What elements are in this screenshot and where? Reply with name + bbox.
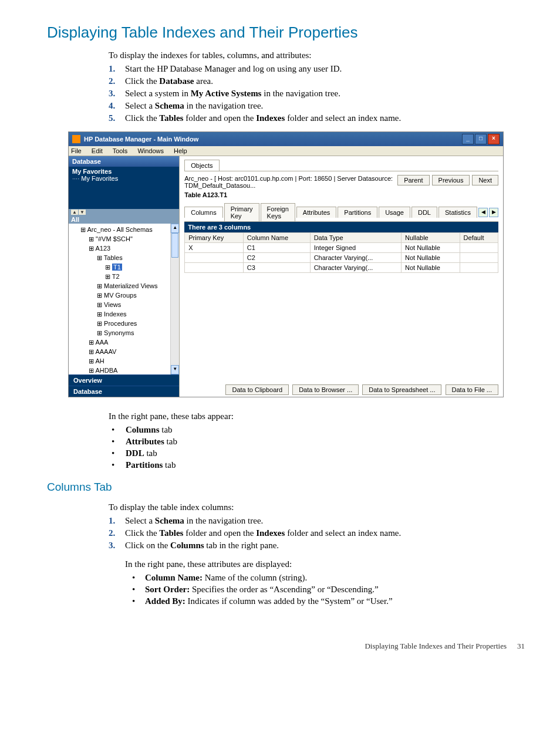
step-num: 3.	[109, 89, 125, 99]
previous-button[interactable]: Previous	[432, 175, 470, 185]
step-num: 4.	[109, 101, 125, 111]
minimize-button[interactable]: _	[462, 134, 474, 144]
right-pane: Objects Parent Previous Next Arc_neo - […	[180, 156, 503, 397]
scroll-thumb[interactable]	[171, 233, 178, 258]
col-column-name[interactable]: Column Name	[243, 233, 310, 243]
tree-node[interactable]: ⊞ Views	[75, 300, 179, 309]
tree-node[interactable]: ⊞ AHDBA	[75, 366, 179, 374]
tree-node[interactable]: ⊞ T2	[75, 272, 179, 281]
nav-tree[interactable]: ⊞ Arc_neo - All Schemas⊞ "#VM $SCH"⊞ A12…	[69, 224, 179, 374]
col-data-type[interactable]: Data Type	[310, 233, 401, 243]
subtab-usage[interactable]: Usage	[379, 207, 410, 218]
subtab-partitions[interactable]: Partitions	[338, 207, 377, 218]
step-text: Click the Database area.	[125, 76, 213, 86]
col-nullable[interactable]: Nullable	[401, 233, 460, 243]
menu-windows[interactable]: Windows	[137, 147, 164, 154]
overview-nav[interactable]: Overview	[69, 374, 179, 386]
tab-objects[interactable]: Objects	[184, 160, 219, 171]
scroll-up-icon[interactable]: ▲	[171, 224, 179, 233]
data-to-spreadsheet-button[interactable]: Data to Spreadsheet ...	[362, 384, 441, 395]
tree-node[interactable]: ⊞ T1	[75, 262, 179, 272]
tree-node[interactable]: ⊞ Indexes	[75, 309, 179, 319]
menu-tools[interactable]: Tools	[113, 147, 128, 154]
subtab-columns[interactable]: Columns	[184, 207, 222, 218]
tree-node[interactable]: ⊞ Arc_neo - All Schemas	[75, 225, 179, 234]
status-line: There are 3 columns	[184, 222, 498, 232]
tree-node[interactable]: ⊞ Synonyms	[75, 328, 179, 337]
tree-node[interactable]: ⊞ A123	[75, 244, 179, 253]
database-header: Database	[69, 156, 179, 167]
tabs-bullets: •Columns tab •Attributes tab •DDL tab •P…	[112, 425, 525, 470]
tree-node[interactable]: ⊞ AAA	[75, 337, 179, 347]
left-pane: Database My Favorites ···· My Favorites …	[69, 156, 180, 397]
my-favorites-item[interactable]: ···· My Favorites	[72, 175, 176, 182]
subtab-primary-key[interactable]: Primary Key	[224, 203, 259, 221]
table-row[interactable]: XC1Integer SignedNot Nullable	[185, 243, 498, 253]
tree-node[interactable]: ⊞ MV Groups	[75, 291, 179, 300]
step-num: 1.	[109, 64, 125, 74]
heading-table-indexes: Displaying Table Indexes and Their Prope…	[47, 23, 525, 42]
columns-grid: Primary Key Column Name Data Type Nullab…	[184, 232, 498, 273]
col-primary-key[interactable]: Primary Key	[185, 233, 244, 243]
step-text: Click the Tables folder and open the Ind…	[125, 113, 401, 123]
all-label: All	[69, 215, 179, 224]
step-num: 2.	[109, 76, 125, 86]
window-title: HP Database Manager - Main Window	[84, 136, 198, 143]
menubar: File Edit Tools Windows Help	[69, 146, 503, 156]
data-to-file-button[interactable]: Data to File ...	[446, 384, 498, 395]
subtab-attributes[interactable]: Attributes	[296, 207, 336, 218]
tree-node[interactable]: ⊞ Procedures	[75, 319, 179, 328]
step-text: Select a Schema in the navigation tree.	[125, 101, 263, 111]
database-nav[interactable]: Database	[69, 386, 179, 397]
cols-intro: To display the table index columns:	[109, 502, 525, 512]
subtab-ddl[interactable]: DDL	[411, 207, 437, 218]
data-to-browser-button[interactable]: Data to Browser ...	[292, 384, 359, 395]
tree-node[interactable]: ⊞ "#VM $SCH"	[75, 234, 179, 244]
subtab-statistics[interactable]: Statistics	[438, 207, 477, 218]
menu-help[interactable]: Help	[174, 147, 187, 154]
heading-columns-tab: Columns Tab	[47, 481, 525, 494]
my-favorites-header: My Favorites	[72, 168, 176, 175]
close-button[interactable]: ×	[488, 134, 500, 144]
object-title: Table A123.T1	[184, 191, 498, 198]
intro-text: To display the indexes for tables, colum…	[109, 50, 525, 60]
app-window: HP Database Manager - Main Window _ □ × …	[68, 131, 504, 397]
tree-node[interactable]: ⊞ Materialized Views	[75, 281, 179, 291]
tree-node[interactable]: ⊞ Tables	[75, 253, 179, 262]
tab-scroll-right-icon[interactable]: ▶	[489, 208, 498, 217]
attrs-intro: In the right pane, these attributes are …	[125, 559, 525, 569]
menu-file[interactable]: File	[71, 147, 82, 154]
tabs-intro: In the right pane, these tabs appear:	[109, 411, 525, 421]
all-header: ▲ ▼	[69, 209, 179, 215]
tree-scrollbar[interactable]: ▲ ▼	[170, 224, 179, 374]
col-default[interactable]: Default	[460, 233, 498, 243]
steps-list-2: 1.Select a Schema in the navigation tree…	[109, 516, 525, 551]
app-icon	[72, 135, 80, 143]
maximize-button[interactable]: □	[475, 134, 487, 144]
page-footer: Displaying Table Indexes and Their Prope…	[47, 642, 525, 651]
steps-list-1: 1.Start the HP Database Manager and log …	[109, 64, 525, 123]
scroll-down-icon[interactable]: ▼	[171, 365, 179, 374]
attrs-bullets: •Column Name: Name of the column (string…	[132, 573, 525, 606]
next-button[interactable]: Next	[472, 175, 498, 185]
step-num: 5.	[109, 113, 125, 123]
sort-desc-icon[interactable]: ▼	[79, 210, 86, 215]
table-row[interactable]: C2Character Varying(...Not Nullable	[185, 253, 498, 263]
step-text: Select a system in My Active Systems in …	[125, 89, 340, 99]
data-to-clipboard-button[interactable]: Data to Clipboard	[225, 384, 289, 395]
sort-asc-icon[interactable]: ▲	[71, 210, 78, 215]
step-text: Start the HP Database Manager and log on…	[125, 64, 342, 74]
tree-node[interactable]: ⊞ AAAAV	[75, 347, 179, 356]
tree-node[interactable]: ⊞ AH	[75, 356, 179, 366]
tab-scroll-left-icon[interactable]: ◀	[478, 208, 488, 217]
titlebar: HP Database Manager - Main Window _ □ ×	[69, 132, 503, 146]
menu-edit[interactable]: Edit	[92, 147, 103, 154]
table-row[interactable]: C3Character Varying(...Not Nullable	[185, 263, 498, 273]
subtab-foreign-keys[interactable]: Foreign Keys	[261, 203, 295, 221]
parent-button[interactable]: Parent	[397, 175, 429, 185]
